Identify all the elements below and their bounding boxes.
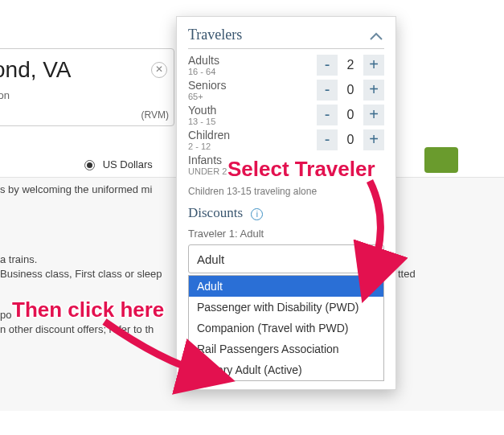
youth-sub: 13 - 15 (188, 117, 317, 126)
discount-type-selected: Adult (197, 252, 224, 266)
bg-text: s by welcoming the uniformed mi (0, 183, 152, 195)
discount-option-pwd[interactable]: Passenger with Disability (PWD) (189, 297, 383, 318)
adults-row: Adults 16 - 64 - 2 + (188, 54, 384, 76)
seniors-count: 0 (338, 80, 363, 101)
arrow-icon (104, 318, 217, 390)
adults-sub: 16 - 64 (188, 67, 317, 76)
station-city: ond, VA (0, 57, 72, 83)
travelers-header-label: Travelers (188, 27, 242, 43)
bg-text: a trains. (0, 253, 37, 265)
travelers-header[interactable]: Travelers (188, 27, 384, 49)
children-count: 0 (338, 129, 363, 150)
currency-label: US Dollars (103, 158, 153, 170)
discounts-label: Discounts (188, 205, 243, 220)
bg-text: po (0, 309, 11, 321)
children-sub: 2 - 12 (188, 142, 317, 151)
station-input-box[interactable]: ond, VA tion ✕ (RVM) (0, 48, 174, 126)
seniors-sub: 65+ (188, 92, 317, 101)
youth-decrement-button[interactable]: - (317, 105, 338, 125)
currency-us-dollars[interactable]: US Dollars (84, 158, 153, 170)
chevron-up-icon (370, 30, 383, 47)
seniors-increment-button[interactable]: + (363, 80, 384, 101)
find-trains-button[interactable] (424, 147, 458, 173)
youth-count: 0 (338, 105, 363, 125)
seniors-decrement-button[interactable]: - (317, 80, 338, 101)
children-decrement-button[interactable]: - (317, 129, 338, 150)
youth-row: Youth 13 - 15 - 0 + (188, 104, 384, 126)
annotation-select-traveler: Select Traveler (227, 157, 375, 182)
discount-option-companion[interactable]: Companion (Travel with PWD) (189, 318, 383, 339)
seniors-label: Seniors (188, 79, 317, 92)
children-row: Children 2 - 12 - 0 + (188, 129, 384, 151)
children-label: Children (188, 129, 317, 142)
info-icon[interactable]: i (251, 208, 263, 220)
seniors-row: Seniors 65+ - 0 + (188, 79, 384, 101)
adults-label: Adults (188, 54, 317, 67)
arrow-icon (354, 181, 402, 285)
adults-decrement-button[interactable]: - (317, 55, 338, 76)
adults-count: 2 (338, 55, 363, 76)
discount-option-rpa[interactable]: Rail Passengers Association (189, 339, 383, 359)
station-name: tion (0, 89, 10, 101)
station-code: (RVM) (141, 109, 169, 121)
radio-icon (84, 160, 95, 170)
adults-increment-button[interactable]: + (363, 55, 384, 76)
youth-increment-button[interactable]: + (363, 105, 384, 125)
youth-label: Youth (188, 104, 317, 117)
discount-option-military[interactable]: Military Adult (Active) (189, 359, 383, 380)
bg-text: Business class, First class or sleep (0, 268, 162, 280)
children-increment-button[interactable]: + (363, 129, 384, 150)
discount-options-list: Adult Passenger with Disability (PWD) Co… (188, 275, 384, 381)
clear-icon[interactable]: ✕ (151, 62, 167, 78)
